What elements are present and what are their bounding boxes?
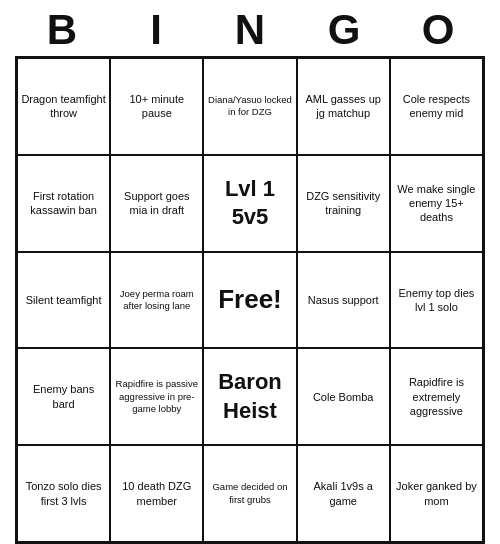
cell-23[interactable]: Akali 1v9s a game (297, 445, 390, 542)
cell-2[interactable]: Diana/Yasuo locked in for DZG (203, 58, 296, 155)
letter-i: I (116, 6, 196, 54)
letter-g: G (304, 6, 384, 54)
cell-0[interactable]: Dragon teamfight throw (17, 58, 110, 155)
cell-11[interactable]: Joey perma roam after losing lane (110, 252, 203, 349)
letter-b: B (22, 6, 102, 54)
cell-14[interactable]: Enemy top dies lvl 1 solo (390, 252, 483, 349)
cell-7[interactable]: Lvl 1 5v5 (203, 155, 296, 252)
cell-9[interactable]: We make single enemy 15+ deaths (390, 155, 483, 252)
cell-22[interactable]: Game decided on first grubs (203, 445, 296, 542)
cell-17[interactable]: Baron Heist (203, 348, 296, 445)
cell-1[interactable]: 10+ minute pause (110, 58, 203, 155)
cell-13[interactable]: Nasus support (297, 252, 390, 349)
cell-15[interactable]: Enemy bans bard (17, 348, 110, 445)
cell-12[interactable]: Free! (203, 252, 296, 349)
cell-10[interactable]: Silent teamfight (17, 252, 110, 349)
cell-3[interactable]: AML gasses up jg matchup (297, 58, 390, 155)
cell-8[interactable]: DZG sensitivity training (297, 155, 390, 252)
bingo-grid: Dragon teamfight throw10+ minute pauseDi… (15, 56, 485, 544)
cell-16[interactable]: Rapidfire is passive aggressive in pre-g… (110, 348, 203, 445)
letter-n: N (210, 6, 290, 54)
cell-4[interactable]: Cole respects enemy mid (390, 58, 483, 155)
cell-5[interactable]: First rotation kassawin ban (17, 155, 110, 252)
cell-6[interactable]: Support goes mia in draft (110, 155, 203, 252)
bingo-title: B I N G O (15, 0, 485, 56)
cell-18[interactable]: Cole Bomba (297, 348, 390, 445)
cell-20[interactable]: Tonzo solo dies first 3 lvls (17, 445, 110, 542)
cell-24[interactable]: Joker ganked by mom (390, 445, 483, 542)
cell-19[interactable]: Rapidfire is extremely aggressive (390, 348, 483, 445)
cell-21[interactable]: 10 death DZG member (110, 445, 203, 542)
letter-o: O (398, 6, 478, 54)
